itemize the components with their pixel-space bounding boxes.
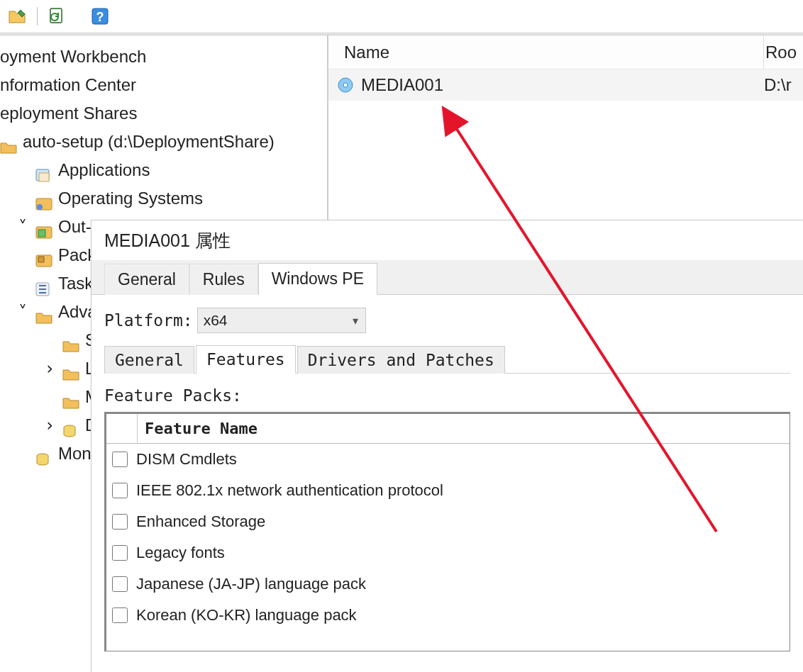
chevron-down-icon: ˅ [16, 298, 30, 326]
feature-label: Japanese (JA-JP) language pack [136, 575, 366, 593]
folder-icon [62, 390, 79, 404]
toolbar: ? [0, 0, 803, 33]
platform-combo[interactable]: x64 ▾ [197, 308, 366, 333]
tab-rules[interactable]: Rules [189, 264, 258, 295]
tree-label: Operating Systems [58, 184, 203, 213]
feature-row[interactable]: Legacy fonts [106, 537, 790, 569]
database-icon [62, 418, 79, 432]
packages-icon [35, 248, 52, 262]
tree-item-info-center[interactable]: nformation Center [0, 71, 327, 99]
tree-label: oyment Workbench [0, 43, 146, 71]
subtab-features[interactable]: Features [196, 345, 296, 374]
tree-item-applications[interactable]: Applications [0, 156, 327, 184]
feature-checkbox[interactable] [112, 576, 128, 592]
feature-checkbox[interactable] [112, 514, 128, 530]
subtab-general[interactable]: General [104, 346, 194, 374]
feature-label: Legacy fonts [136, 544, 225, 562]
feature-label: DISM Cmdlets [136, 450, 237, 469]
list-header: Name Roo [328, 35, 803, 69]
tree-item-workbench[interactable]: oyment Workbench [0, 43, 327, 71]
svg-point-6 [37, 204, 43, 210]
folder-icon [62, 362, 79, 376]
properties-dialog: MEDIA001 属性 General Rules Windows PE Pla… [91, 220, 803, 672]
tree-label: nformation Center [0, 71, 136, 99]
help-icon[interactable]: ? [90, 6, 110, 26]
platform-label: Platform: [104, 311, 193, 330]
feature-row[interactable]: IEEE 802.1x network authentication proto… [106, 475, 790, 506]
folder-open-icon[interactable] [7, 6, 27, 26]
separator [37, 7, 38, 26]
refresh-sheet-icon[interactable] [48, 6, 67, 26]
chevron-down-icon: ˅ [16, 213, 30, 241]
list-item-media001[interactable]: MEDIA001 D:\r [328, 69, 803, 101]
tree-label: auto-setup (d:\DeploymentShare) [23, 128, 275, 156]
features-body: Feature Packs: Feature Name DISM Cmdlets… [104, 373, 790, 651]
svg-text:?: ? [96, 10, 104, 24]
chevron-down-icon: ▾ [353, 314, 358, 327]
feature-row[interactable]: DISM Cmdlets [106, 444, 790, 475]
applications-icon [35, 163, 52, 177]
subtab-drivers[interactable]: Drivers and Patches [297, 346, 505, 374]
tree-label: Applications [58, 156, 150, 184]
feature-checkbox[interactable] [112, 607, 128, 623]
feature-checkbox[interactable] [112, 452, 128, 467]
svg-rect-8 [38, 230, 45, 237]
dialog-tabs: General Rules Windows PE [92, 260, 803, 294]
tree-item-auto-setup[interactable]: auto-setup (d:\DeploymentShare) [0, 128, 327, 156]
column-name[interactable]: Name [328, 43, 763, 62]
feature-label: Korean (KO-KR) language pack [136, 606, 357, 625]
feature-packs-label: Feature Packs: [104, 386, 790, 405]
list-item-root: D:\r [764, 75, 803, 95]
column-root[interactable]: Roo [764, 43, 803, 62]
share-icon [0, 135, 17, 149]
svg-point-14 [343, 83, 348, 87]
tree-item-deployment-shares[interactable]: eployment Shares [0, 99, 327, 128]
tasks-icon [35, 276, 52, 291]
feature-row[interactable]: Japanese (JA-JP) language pack [106, 569, 790, 600]
feature-checkbox[interactable] [112, 483, 128, 498]
chevron-right-icon: › [43, 411, 57, 439]
disc-icon [337, 77, 354, 94]
dialog-body: Platform: x64 ▾ General Features Drivers… [92, 294, 803, 672]
feature-packs-list: Feature Name DISM Cmdlets IEEE 802.1x ne… [104, 412, 790, 651]
feature-checkbox[interactable] [112, 545, 128, 561]
checkbox-column [106, 414, 138, 443]
feature-row[interactable]: Enhanced Storage [106, 506, 790, 537]
dialog-title: MEDIA001 属性 [92, 220, 803, 260]
tree-label: eployment Shares [0, 99, 137, 128]
platform-value: x64 [204, 312, 228, 329]
feature-name-column[interactable]: Feature Name [138, 420, 257, 437]
svg-rect-4 [39, 173, 49, 181]
tab-general[interactable]: General [104, 264, 189, 295]
folder-icon [62, 333, 79, 347]
tree-item-os[interactable]: Operating Systems [0, 184, 327, 213]
monitoring-icon [35, 447, 52, 461]
os-icon [35, 191, 52, 206]
outbox-icon [35, 220, 52, 234]
platform-row: Platform: x64 ▾ [104, 308, 790, 333]
tab-windows-pe[interactable]: Windows PE [258, 263, 377, 295]
feature-list-header: Feature Name [106, 414, 790, 444]
feature-label: IEEE 802.1x network authentication proto… [136, 481, 443, 500]
feature-row[interactable]: Korean (KO-KR) language pack [106, 600, 790, 631]
sub-tabs: General Features Drivers and Patches [104, 343, 790, 373]
tree-label: Task [58, 269, 93, 298]
chevron-right-icon: › [43, 354, 57, 383]
feature-label: Enhanced Storage [136, 513, 265, 531]
list-item-name: MEDIA001 [361, 75, 764, 95]
folder-icon [35, 305, 52, 319]
